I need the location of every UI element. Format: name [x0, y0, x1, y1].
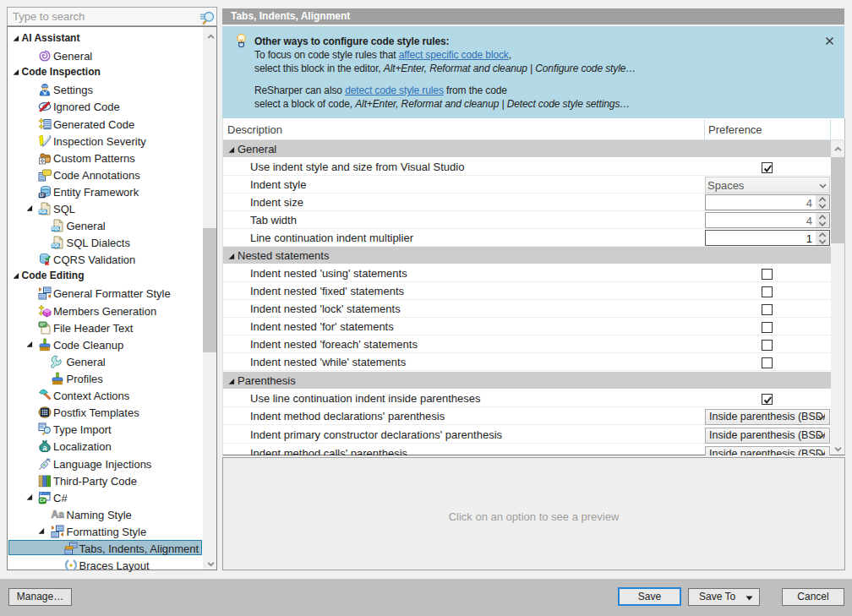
svg-text:SQL: SQL [52, 243, 60, 248]
svg-text:SQL: SQL [52, 226, 60, 231]
svg-text:C#: C# [40, 498, 46, 503]
svg-text:SQL: SQL [39, 210, 47, 214]
svg-text:EF: EF [40, 194, 45, 198]
svg-text:Aa: Aa [52, 509, 65, 521]
